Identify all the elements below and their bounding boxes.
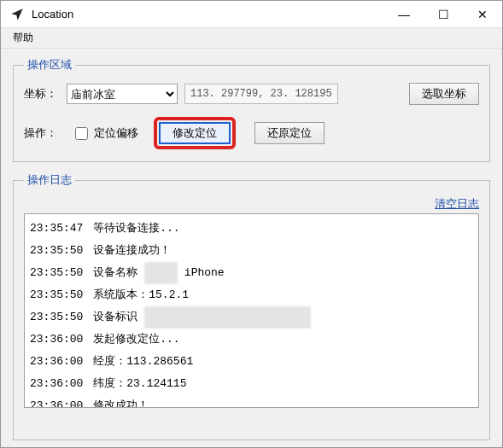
location-arrow-icon xyxy=(8,5,26,24)
action-row: 操作： 定位偏移 修改定位 还原定位 xyxy=(24,117,479,149)
log-timestamp: 23:35:50 xyxy=(30,266,83,279)
coord-combo[interactable]: 庙前冰室 xyxy=(67,84,178,104)
log-group: 操作日志 清空日志 23:35:47 等待设备连接...23:35:50 设备连… xyxy=(13,172,490,440)
log-timestamp: 23:35:50 xyxy=(30,244,83,257)
log-line: 23:36:00 发起修改定位... xyxy=(30,329,473,351)
redacted-text: XXXXXXXXXXXXXXXXXXXXXXXXX xyxy=(144,306,311,329)
log-line: 23:35:50 设备标识 XXXXXXXXXXXXXXXXXXXXXXXXX xyxy=(30,306,473,329)
offset-checkbox[interactable]: 定位偏移 xyxy=(72,125,138,143)
log-line: 23:35:50 设备连接成功！ xyxy=(30,240,473,262)
client-area: 操作区域 坐标： 庙前冰室 选取坐标 操作： 定位偏移 修改定位 xyxy=(1,49,502,447)
restore-location-button[interactable]: 还原定位 xyxy=(254,122,325,144)
app-window: Location — ☐ ✕ 帮助 操作区域 坐标： 庙前冰室 选取坐标 操作： xyxy=(0,0,503,448)
log-message: 设备连接成功！ xyxy=(86,244,171,257)
log-message: 纬度：23.124115 xyxy=(86,377,186,390)
titlebar: Location — ☐ ✕ xyxy=(1,1,502,28)
operation-area-group: 操作区域 坐标： 庙前冰室 选取坐标 操作： 定位偏移 修改定位 xyxy=(13,57,490,162)
log-message: 设备名称 xyxy=(86,266,137,279)
log-timestamp: 23:36:00 xyxy=(30,333,83,346)
log-timestamp: 23:35:50 xyxy=(30,311,83,323)
offset-checkbox-label: 定位偏移 xyxy=(94,125,138,141)
log-timestamp: 23:36:00 xyxy=(30,377,83,390)
log-message: 修改成功！ xyxy=(86,399,149,408)
clear-log-link[interactable]: 清空日志 xyxy=(435,196,479,212)
log-message-suffix: iPhone xyxy=(178,266,225,279)
log-line: 23:36:00 经度：113.286561 xyxy=(30,351,473,373)
log-line: 23:35:50 设备名称 XXXXX iPhone xyxy=(30,262,473,284)
log-legend: 操作日志 xyxy=(24,172,75,188)
minimize-button[interactable]: — xyxy=(384,1,424,28)
log-line: 23:35:47 等待设备连接... xyxy=(30,218,473,240)
action-label: 操作： xyxy=(24,125,60,141)
close-button[interactable]: ✕ xyxy=(463,1,502,28)
log-message: 发起修改定位... xyxy=(86,333,179,346)
window-title: Location xyxy=(32,8,73,20)
log-line: 23:36:00 纬度：23.124115 xyxy=(30,373,473,395)
log-textarea[interactable]: 23:35:47 等待设备连接...23:35:50 设备连接成功！23:35:… xyxy=(24,213,479,408)
offset-checkbox-input[interactable] xyxy=(75,127,88,140)
pick-coord-button[interactable]: 选取坐标 xyxy=(409,83,479,105)
redacted-text: XXXXX xyxy=(144,262,178,284)
maximize-button[interactable]: ☐ xyxy=(424,1,463,28)
coord-value-field[interactable] xyxy=(184,84,338,104)
menubar: 帮助 xyxy=(1,28,502,49)
modify-location-button[interactable]: 修改定位 xyxy=(159,122,231,144)
log-timestamp: 23:35:50 xyxy=(30,288,83,301)
menu-help[interactable]: 帮助 xyxy=(6,29,40,47)
coord-row: 坐标： 庙前冰室 选取坐标 xyxy=(24,83,479,105)
log-message: 系统版本：15.2.1 xyxy=(86,288,189,301)
log-line: 23:35:50 系统版本：15.2.1 xyxy=(30,284,473,306)
log-timestamp: 23:36:00 xyxy=(30,355,83,368)
modify-button-highlight: 修改定位 xyxy=(154,117,236,149)
log-message: 经度：113.286561 xyxy=(86,355,193,368)
log-timestamp: 23:36:00 xyxy=(30,399,83,408)
log-line: 23:36:00 修改成功！ xyxy=(30,395,473,408)
log-message: 等待设备连接... xyxy=(86,222,179,235)
operation-area-legend: 操作区域 xyxy=(24,57,75,73)
coord-label: 坐标： xyxy=(24,86,60,102)
log-message: 设备标识 xyxy=(86,311,137,323)
log-timestamp: 23:35:47 xyxy=(30,222,83,235)
